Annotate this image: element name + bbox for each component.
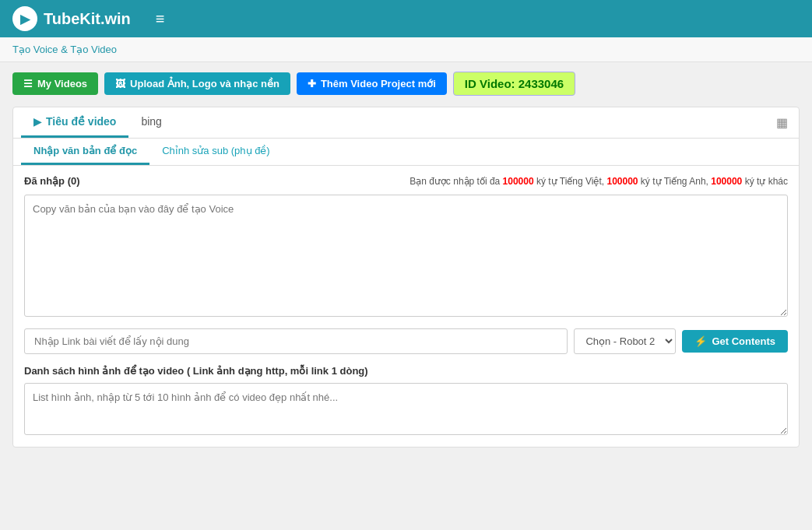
divider1 <box>24 319 788 328</box>
video-icon: ▶ <box>33 116 41 128</box>
lightning-icon: ⚡ <box>694 335 707 347</box>
my-videos-icon: ☰ <box>23 78 33 90</box>
breadcrumb: Tạo Voice & Tạo Video <box>0 37 812 62</box>
logo: ▶ TubeKit.win <box>12 6 131 31</box>
logo-text: TubeKit.win <box>44 10 131 28</box>
app-header: ▶ TubeKit.win ≡ <box>0 0 812 37</box>
logo-icon: ▶ <box>12 6 37 31</box>
url-input[interactable] <box>24 328 568 354</box>
upload-icon: 🖼 <box>115 78 125 90</box>
breadcrumb-link[interactable]: Tạo Voice & Tạo Video <box>12 44 117 55</box>
input-label-row: Đã nhập (0) Bạn được nhập tối đa 100000 … <box>24 175 788 191</box>
my-videos-button[interactable]: ☰ My Videos <box>12 72 98 95</box>
toolbar: ☰ My Videos 🖼 Upload Ảnh, Logo và nhạc n… <box>12 72 800 96</box>
sub-tab-edit[interactable]: Chỉnh sửa sub (phụ đề) <box>149 139 283 165</box>
robot-select[interactable]: Chọn - Robot 2 <box>574 328 676 354</box>
url-input-row: Chọn - Robot 2 ⚡ Get Contents <box>24 328 788 354</box>
tabs-row: ▶ Tiêu đề video bing ▦ <box>13 107 799 139</box>
image-section-title: Danh sách hình ảnh để tạo video ( Link ả… <box>24 365 788 377</box>
hamburger-button[interactable]: ≡ <box>149 7 171 31</box>
get-contents-button[interactable]: ⚡ Get Contents <box>682 330 788 353</box>
char-info: Bạn được nhập tối đa 100000 ký tự Tiếng … <box>410 176 788 187</box>
add-project-button[interactable]: ✚ Thêm Video Project mới <box>297 72 447 95</box>
text-input-area[interactable] <box>24 195 788 317</box>
tab-bing[interactable]: bing <box>128 107 174 138</box>
card-body: Đã nhập (0) Bạn được nhập tối đa 100000 … <box>13 166 799 447</box>
input-label: Đã nhập (0) <box>24 175 80 187</box>
sub-tabs: Nhập văn bản để đọc Chỉnh sửa sub (phụ đ… <box>13 139 799 166</box>
plus-icon: ✚ <box>308 78 316 90</box>
main-card: ▶ Tiêu đề video bing ▦ Nhập văn bản để đ… <box>12 107 800 448</box>
id-badge: ID Video: 2433046 <box>453 72 575 96</box>
sub-tab-input[interactable]: Nhập văn bản để đọc <box>21 139 149 165</box>
tab-title-video[interactable]: ▶ Tiêu đề video <box>21 107 128 138</box>
upload-button[interactable]: 🖼 Upload Ảnh, Logo và nhạc nền <box>104 72 290 95</box>
main-content: ☰ My Videos 🖼 Upload Ảnh, Logo và nhạc n… <box>0 62 812 457</box>
layout-icon[interactable]: ▦ <box>773 112 791 133</box>
image-list-textarea[interactable] <box>24 383 788 435</box>
